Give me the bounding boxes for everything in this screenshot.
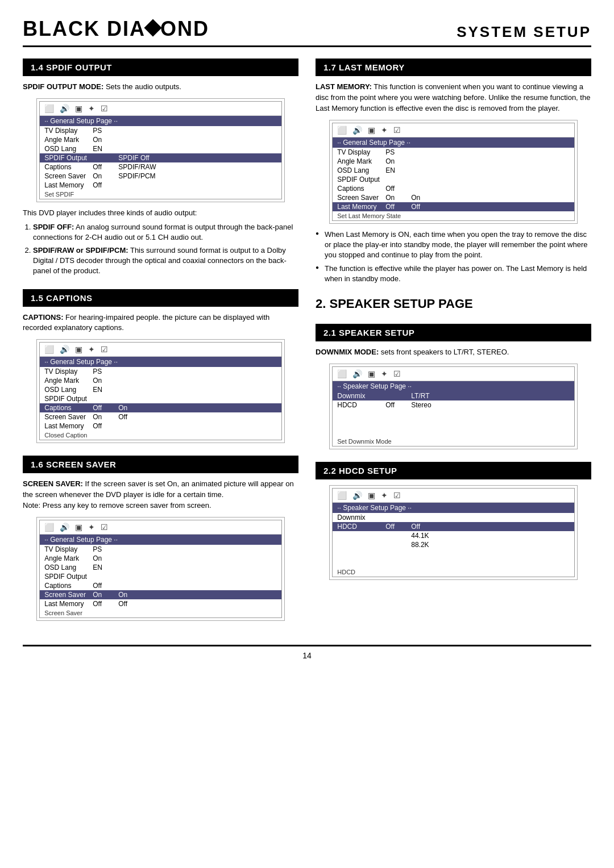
menu-row: OSD Lang EN bbox=[333, 166, 574, 175]
captions-menu-icons: ⬜ 🔊 ▣ ✦ ☑ bbox=[40, 343, 281, 357]
menu-row: 88.2K bbox=[333, 540, 574, 549]
audio-icon: 🔊 bbox=[352, 126, 362, 135]
spdif-output-section: 1.4 SPDIF OUTPUT SPDIF OUTPUT MODE: Sets… bbox=[23, 59, 298, 277]
last-memory-bullets: When Last Memory is ON, each time when y… bbox=[316, 229, 591, 285]
hdcd-setup-heading: 2.2 HDCD SETUP bbox=[316, 462, 591, 479]
captions-section: 1.5 CAPTIONS CAPTIONS: For hearing-impai… bbox=[23, 289, 298, 444]
rating-icon: ✦ bbox=[88, 104, 95, 113]
setup-icon: ⬜ bbox=[337, 369, 347, 378]
video-icon: ▣ bbox=[368, 369, 375, 378]
rating-icon: ✦ bbox=[88, 523, 95, 532]
speaker-setup-desc: DOWNMIX MODE: sets front speakers to LT/… bbox=[316, 347, 591, 358]
page-number: 14 bbox=[23, 651, 591, 660]
menu-row: TV Display PS bbox=[333, 148, 574, 157]
menu-row: Last Memory Off bbox=[40, 181, 281, 190]
speaker-setup-section: 2.1 SPEAKER SETUP DOWNMIX MODE: sets fro… bbox=[316, 324, 591, 449]
menu-row: Angle Mark On bbox=[333, 157, 574, 166]
menu-row: Captions Off bbox=[40, 581, 281, 590]
header-rule bbox=[23, 45, 591, 47]
rating-icon: ✦ bbox=[381, 369, 388, 378]
menu-row: Angle Mark On bbox=[40, 135, 281, 144]
last-memory-bold: LAST MEMORY: bbox=[316, 82, 372, 91]
list-item: The function is effective while the play… bbox=[316, 264, 591, 284]
video-icon: ▣ bbox=[75, 345, 82, 354]
header: BLACK DIAOND SYSTEM SETUP bbox=[23, 17, 591, 41]
menu-row: OSD Lang EN bbox=[40, 385, 281, 394]
menu-row: OSD Lang EN bbox=[40, 563, 281, 572]
menu-row: Last Memory Off bbox=[40, 422, 281, 431]
captions-desc: CAPTIONS: For hearing-impaired people. t… bbox=[23, 312, 298, 334]
menu-row: Last Memory Off Off bbox=[40, 599, 281, 608]
menu-row bbox=[333, 428, 574, 437]
audio-icon: 🔊 bbox=[352, 369, 362, 378]
screen-saver-menu-icons: ⬜ 🔊 ▣ ✦ ☑ bbox=[40, 520, 281, 535]
menu-row-highlighted: Downmix LT/RT bbox=[333, 391, 574, 400]
spdif-menu-header: ·· General Setup Page ·· bbox=[40, 116, 281, 126]
setup-icon: ⬜ bbox=[44, 345, 54, 354]
screen-saver-menu-box: ⬜ 🔊 ▣ ✦ ☑ ·· General Setup Page ·· TV Di… bbox=[36, 517, 285, 621]
menu-row: HDCD Off Stereo bbox=[333, 400, 574, 410]
menu-row: Downmix bbox=[333, 513, 574, 522]
check-icon: ☑ bbox=[393, 369, 401, 378]
speaker-setup-menu-icons: ⬜ 🔊 ▣ ✦ ☑ bbox=[333, 367, 574, 381]
menu-row bbox=[333, 558, 574, 567]
speaker-setup-menu-header: ·· Speaker Setup Page ·· bbox=[333, 381, 574, 391]
screen-saver-menu-header: ·· General Setup Page ·· bbox=[40, 535, 281, 545]
captions-menu-inner: ⬜ 🔊 ▣ ✦ ☑ ·· General Setup Page ·· TV Di… bbox=[39, 342, 282, 440]
audio-icon: 🔊 bbox=[352, 491, 362, 500]
right-column: 1.7 LAST MEMORY LAST MEMORY: This functi… bbox=[316, 59, 591, 633]
screen-saver-desc: SCREEN SAVER: If the screen saver is set… bbox=[23, 479, 298, 511]
check-icon: ☑ bbox=[101, 523, 108, 532]
captions-menu-footer: Closed Caption bbox=[40, 431, 281, 440]
menu-row-highlighted: Captions Off On bbox=[40, 403, 281, 412]
hdcd-setup-section: 2.2 HDCD SETUP ⬜ 🔊 ▣ ✦ ☑ ·· Speaker Setu… bbox=[316, 462, 591, 580]
spdif-output-desc: SPDIF OUTPUT MODE: Sets the audio output… bbox=[23, 82, 298, 93]
menu-row: Captions Off SPDIF/RAW bbox=[40, 162, 281, 172]
last-memory-menu-footer: Set Last Memory State bbox=[333, 211, 574, 220]
spdif-menu-icons: ⬜ 🔊 ▣ ✦ ☑ bbox=[40, 102, 281, 116]
menu-row: SPDIF Output bbox=[333, 175, 574, 184]
video-icon: ▣ bbox=[368, 126, 375, 135]
setup-icon: ⬜ bbox=[44, 104, 54, 113]
page: BLACK DIAOND SYSTEM SETUP 1.4 SPDIF OUTP… bbox=[0, 0, 614, 868]
hdcd-setup-menu-footer: HDCD bbox=[333, 567, 574, 577]
video-icon: ▣ bbox=[75, 104, 82, 113]
speaker-setup-menu-inner: ⬜ 🔊 ▣ ✦ ☑ ·· Speaker Setup Page ·· Downm… bbox=[332, 366, 575, 446]
hdcd-setup-menu-inner: ⬜ 🔊 ▣ ✦ ☑ ·· Speaker Setup Page ·· Downm… bbox=[332, 488, 575, 577]
left-column: 1.4 SPDIF OUTPUT SPDIF OUTPUT MODE: Sets… bbox=[23, 59, 298, 633]
setup-icon: ⬜ bbox=[44, 523, 54, 532]
audio-icon: 🔊 bbox=[60, 104, 69, 113]
brand-logo: BLACK DIAOND bbox=[23, 17, 209, 41]
menu-row-highlighted: Screen Saver On On bbox=[40, 590, 281, 599]
menu-row: 44.1K bbox=[333, 531, 574, 540]
audio-icon: 🔊 bbox=[60, 345, 69, 354]
menu-row-highlighted: SPDIF Output SPDIF Off bbox=[40, 153, 281, 162]
screen-saver-heading: 1.6 SCREEN SAVER bbox=[23, 456, 298, 473]
menu-row: TV Display PS bbox=[40, 126, 281, 135]
last-memory-menu-box: ⬜ 🔊 ▣ ✦ ☑ ·· General Setup Page ·· TV Di… bbox=[329, 120, 578, 224]
check-icon: ☑ bbox=[393, 491, 401, 500]
setup-icon: ⬜ bbox=[337, 126, 347, 135]
video-icon: ▣ bbox=[368, 491, 375, 500]
screen-saver-menu-inner: ⬜ 🔊 ▣ ✦ ☑ ·· General Setup Page ·· TV Di… bbox=[39, 520, 282, 618]
spdif-output-heading: 1.4 SPDIF OUTPUT bbox=[23, 59, 298, 76]
screen-saver-bold: SCREEN SAVER: bbox=[23, 479, 83, 488]
menu-row: TV Display PS bbox=[40, 367, 281, 376]
check-icon: ☑ bbox=[101, 345, 108, 354]
spdif-menu-footer: Set SPDIF bbox=[40, 190, 281, 199]
bold-label: SPDIF OFF: bbox=[33, 223, 74, 231]
spdif-numbered-list: SPDIF OFF: An analog surround sound form… bbox=[33, 222, 298, 277]
screen-saver-section: 1.6 SCREEN SAVER SCREEN SAVER: If the sc… bbox=[23, 456, 298, 621]
last-memory-menu-inner: ⬜ 🔊 ▣ ✦ ☑ ·· General Setup Page ·· TV Di… bbox=[332, 123, 575, 221]
menu-row bbox=[333, 419, 574, 428]
captions-menu-box: ⬜ 🔊 ▣ ✦ ☑ ·· General Setup Page ·· TV Di… bbox=[36, 339, 285, 443]
list-item: When Last Memory is ON, each time when y… bbox=[316, 229, 591, 261]
captions-bold: CAPTIONS: bbox=[23, 313, 64, 322]
spdif-desc-intro: This DVD player includes three kinds of … bbox=[23, 208, 298, 219]
diamond-icon bbox=[144, 19, 161, 36]
menu-row: Angle Mark On bbox=[40, 376, 281, 385]
menu-row: Screen Saver On SPDIF/PCM bbox=[40, 172, 281, 181]
last-memory-menu-icons: ⬜ 🔊 ▣ ✦ ☑ bbox=[333, 123, 574, 137]
last-memory-desc: LAST MEMORY: This function is convenient… bbox=[316, 82, 591, 114]
menu-row bbox=[333, 549, 574, 558]
